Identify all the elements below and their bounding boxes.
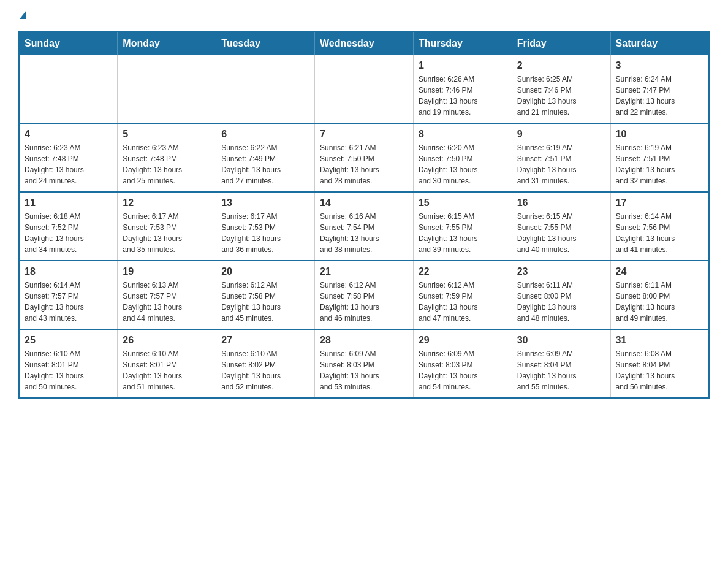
calendar-cell: 17Sunrise: 6:14 AMSunset: 7:56 PMDayligh… bbox=[610, 192, 709, 261]
day-number: 2 bbox=[517, 60, 605, 71]
day-number: 21 bbox=[320, 266, 408, 277]
day-info: Sunrise: 6:26 AMSunset: 7:46 PMDaylight:… bbox=[419, 74, 507, 118]
calendar-cell: 8Sunrise: 6:20 AMSunset: 7:50 PMDaylight… bbox=[413, 123, 512, 192]
day-number: 17 bbox=[616, 197, 703, 209]
day-number: 4 bbox=[25, 129, 112, 140]
calendar-body: 1Sunrise: 6:26 AMSunset: 7:46 PMDaylight… bbox=[19, 55, 709, 398]
calendar-week-row: 11Sunrise: 6:18 AMSunset: 7:52 PMDayligh… bbox=[19, 192, 709, 261]
day-of-week-header: Thursday bbox=[413, 31, 512, 55]
day-number: 29 bbox=[419, 335, 507, 346]
calendar-cell: 15Sunrise: 6:15 AMSunset: 7:55 PMDayligh… bbox=[413, 192, 512, 261]
calendar-cell: 4Sunrise: 6:23 AMSunset: 7:48 PMDaylight… bbox=[19, 123, 118, 192]
day-info: Sunrise: 6:19 AMSunset: 7:51 PMDaylight:… bbox=[517, 142, 605, 186]
calendar-week-row: 1Sunrise: 6:26 AMSunset: 7:46 PMDaylight… bbox=[19, 55, 709, 123]
day-info: Sunrise: 6:25 AMSunset: 7:46 PMDaylight:… bbox=[517, 74, 605, 118]
calendar-cell bbox=[19, 55, 118, 123]
day-info: Sunrise: 6:09 AMSunset: 8:03 PMDaylight:… bbox=[419, 348, 507, 393]
calendar-cell: 25Sunrise: 6:10 AMSunset: 8:01 PMDayligh… bbox=[19, 329, 118, 398]
calendar-cell: 5Sunrise: 6:23 AMSunset: 7:48 PMDaylight… bbox=[118, 123, 216, 192]
day-info: Sunrise: 6:17 AMSunset: 7:53 PMDaylight:… bbox=[123, 211, 211, 255]
day-number: 31 bbox=[616, 335, 703, 346]
calendar-cell: 16Sunrise: 6:15 AMSunset: 7:55 PMDayligh… bbox=[512, 192, 610, 261]
calendar-cell bbox=[216, 55, 315, 123]
day-number: 26 bbox=[123, 335, 211, 346]
day-number: 30 bbox=[517, 335, 605, 346]
day-info: Sunrise: 6:24 AMSunset: 7:47 PMDaylight:… bbox=[616, 74, 703, 118]
logo-triangle-icon bbox=[20, 10, 26, 19]
day-of-week-header: Tuesday bbox=[216, 31, 315, 55]
day-info: Sunrise: 6:12 AMSunset: 7:59 PMDaylight:… bbox=[419, 280, 507, 324]
calendar-cell: 24Sunrise: 6:11 AMSunset: 8:00 PMDayligh… bbox=[610, 261, 709, 329]
calendar-cell: 2Sunrise: 6:25 AMSunset: 7:46 PMDaylight… bbox=[512, 55, 610, 123]
day-number: 28 bbox=[320, 335, 408, 346]
day-info: Sunrise: 6:15 AMSunset: 7:55 PMDaylight:… bbox=[419, 211, 507, 255]
day-info: Sunrise: 6:09 AMSunset: 8:04 PMDaylight:… bbox=[517, 348, 605, 393]
calendar-cell: 27Sunrise: 6:10 AMSunset: 8:02 PMDayligh… bbox=[216, 329, 315, 398]
calendar-cell: 11Sunrise: 6:18 AMSunset: 7:52 PMDayligh… bbox=[19, 192, 118, 261]
day-info: Sunrise: 6:10 AMSunset: 8:02 PMDaylight:… bbox=[221, 348, 309, 393]
day-number: 6 bbox=[221, 129, 309, 140]
day-number: 14 bbox=[320, 197, 408, 209]
day-number: 20 bbox=[221, 266, 309, 277]
day-info: Sunrise: 6:15 AMSunset: 7:55 PMDaylight:… bbox=[517, 211, 605, 255]
calendar-cell: 14Sunrise: 6:16 AMSunset: 7:54 PMDayligh… bbox=[315, 192, 414, 261]
day-number: 10 bbox=[616, 129, 703, 140]
calendar-cell: 12Sunrise: 6:17 AMSunset: 7:53 PMDayligh… bbox=[118, 192, 216, 261]
day-of-week-header: Monday bbox=[118, 31, 216, 55]
calendar-cell: 23Sunrise: 6:11 AMSunset: 8:00 PMDayligh… bbox=[512, 261, 610, 329]
day-info: Sunrise: 6:09 AMSunset: 8:03 PMDaylight:… bbox=[320, 348, 408, 393]
calendar-cell: 6Sunrise: 6:22 AMSunset: 7:49 PMDaylight… bbox=[216, 123, 315, 192]
day-number: 24 bbox=[616, 266, 703, 277]
day-info: Sunrise: 6:23 AMSunset: 7:48 PMDaylight:… bbox=[25, 142, 112, 186]
day-info: Sunrise: 6:20 AMSunset: 7:50 PMDaylight:… bbox=[419, 142, 507, 186]
day-info: Sunrise: 6:12 AMSunset: 7:58 PMDaylight:… bbox=[221, 280, 309, 324]
day-number: 27 bbox=[221, 335, 309, 346]
calendar-cell: 1Sunrise: 6:26 AMSunset: 7:46 PMDaylight… bbox=[413, 55, 512, 123]
day-number: 5 bbox=[123, 129, 211, 140]
day-number: 23 bbox=[517, 266, 605, 277]
day-number: 22 bbox=[419, 266, 507, 277]
day-info: Sunrise: 6:11 AMSunset: 8:00 PMDaylight:… bbox=[616, 280, 703, 324]
calendar-cell: 26Sunrise: 6:10 AMSunset: 8:01 PMDayligh… bbox=[118, 329, 216, 398]
day-info: Sunrise: 6:21 AMSunset: 7:50 PMDaylight:… bbox=[320, 142, 408, 186]
calendar-cell: 28Sunrise: 6:09 AMSunset: 8:03 PMDayligh… bbox=[315, 329, 414, 398]
day-number: 15 bbox=[419, 197, 507, 209]
day-info: Sunrise: 6:14 AMSunset: 7:56 PMDaylight:… bbox=[616, 211, 703, 255]
day-info: Sunrise: 6:18 AMSunset: 7:52 PMDaylight:… bbox=[25, 211, 112, 255]
day-number: 19 bbox=[123, 266, 211, 277]
day-of-week-header: Saturday bbox=[610, 31, 709, 55]
day-info: Sunrise: 6:23 AMSunset: 7:48 PMDaylight:… bbox=[123, 142, 211, 186]
calendar-cell: 30Sunrise: 6:09 AMSunset: 8:04 PMDayligh… bbox=[512, 329, 610, 398]
day-header-row: SundayMondayTuesdayWednesdayThursdayFrid… bbox=[19, 31, 709, 55]
calendar-cell bbox=[118, 55, 216, 123]
calendar-week-row: 18Sunrise: 6:14 AMSunset: 7:57 PMDayligh… bbox=[19, 261, 709, 329]
day-number: 11 bbox=[25, 197, 112, 209]
day-info: Sunrise: 6:10 AMSunset: 8:01 PMDaylight:… bbox=[123, 348, 211, 393]
calendar-cell: 9Sunrise: 6:19 AMSunset: 7:51 PMDaylight… bbox=[512, 123, 610, 192]
day-of-week-header: Wednesday bbox=[315, 31, 414, 55]
calendar-cell: 3Sunrise: 6:24 AMSunset: 7:47 PMDaylight… bbox=[610, 55, 709, 123]
day-info: Sunrise: 6:22 AMSunset: 7:49 PMDaylight:… bbox=[221, 142, 309, 186]
day-info: Sunrise: 6:10 AMSunset: 8:01 PMDaylight:… bbox=[25, 348, 112, 393]
day-info: Sunrise: 6:17 AMSunset: 7:53 PMDaylight:… bbox=[221, 211, 309, 255]
logo bbox=[18, 12, 26, 18]
calendar-cell: 13Sunrise: 6:17 AMSunset: 7:53 PMDayligh… bbox=[216, 192, 315, 261]
calendar-cell: 10Sunrise: 6:19 AMSunset: 7:51 PMDayligh… bbox=[610, 123, 709, 192]
day-number: 1 bbox=[419, 60, 507, 71]
calendar-cell bbox=[315, 55, 414, 123]
day-number: 16 bbox=[517, 197, 605, 209]
day-info: Sunrise: 6:12 AMSunset: 7:58 PMDaylight:… bbox=[320, 280, 408, 324]
day-number: 18 bbox=[25, 266, 112, 277]
calendar-week-row: 4Sunrise: 6:23 AMSunset: 7:48 PMDaylight… bbox=[19, 123, 709, 192]
calendar-table: SundayMondayTuesdayWednesdayThursdayFrid… bbox=[18, 31, 710, 399]
calendar-cell: 22Sunrise: 6:12 AMSunset: 7:59 PMDayligh… bbox=[413, 261, 512, 329]
calendar-cell: 21Sunrise: 6:12 AMSunset: 7:58 PMDayligh… bbox=[315, 261, 414, 329]
day-number: 7 bbox=[320, 129, 408, 140]
day-info: Sunrise: 6:16 AMSunset: 7:54 PMDaylight:… bbox=[320, 211, 408, 255]
day-info: Sunrise: 6:11 AMSunset: 8:00 PMDaylight:… bbox=[517, 280, 605, 324]
calendar-week-row: 25Sunrise: 6:10 AMSunset: 8:01 PMDayligh… bbox=[19, 329, 709, 398]
calendar-cell: 20Sunrise: 6:12 AMSunset: 7:58 PMDayligh… bbox=[216, 261, 315, 329]
day-number: 8 bbox=[419, 129, 507, 140]
day-info: Sunrise: 6:19 AMSunset: 7:51 PMDaylight:… bbox=[616, 142, 703, 186]
day-number: 3 bbox=[616, 60, 703, 71]
